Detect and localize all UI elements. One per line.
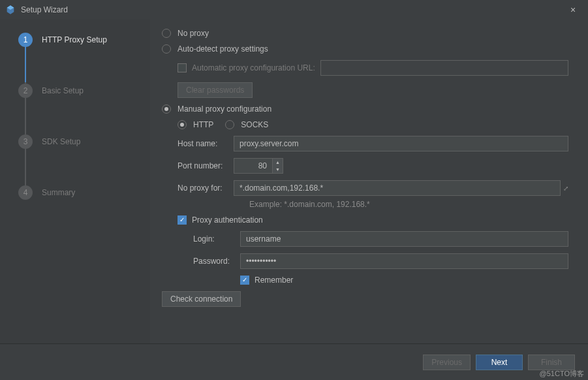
stepper-down-icon[interactable]: ▼ xyxy=(273,166,283,173)
radio-label: Manual proxy configuration xyxy=(178,104,271,114)
bottom-bar: Previous Next Finish xyxy=(0,343,588,380)
step-sdk-setup[interactable]: 3 SDK Setup xyxy=(18,135,150,149)
window-title: Setup Wizard xyxy=(21,5,563,14)
radio-label: SOCKS xyxy=(241,120,268,129)
noproxy-label: No proxy for: xyxy=(178,183,234,193)
checkbox-label: Proxy authentication xyxy=(192,215,263,225)
radio-socks[interactable]: SOCKS xyxy=(225,120,268,129)
auto-url-input[interactable] xyxy=(320,60,568,76)
app-logo-icon xyxy=(5,5,16,15)
radio-icon xyxy=(162,44,171,54)
radio-icon xyxy=(178,120,187,129)
password-label: Password: xyxy=(193,257,240,266)
step-basic-setup[interactable]: 2 Basic Setup xyxy=(18,84,150,98)
step-number: 4 xyxy=(18,185,33,200)
close-icon[interactable]: × xyxy=(563,5,583,15)
step-label: SDK Setup xyxy=(42,137,80,146)
stepper-up-icon[interactable]: ▲ xyxy=(273,159,283,166)
login-input[interactable] xyxy=(240,231,568,247)
previous-button[interactable]: Previous xyxy=(423,355,471,370)
wizard-sidebar: 1 HTTP Proxy Setup 2 Basic Setup 3 SDK S… xyxy=(0,20,150,343)
radio-icon xyxy=(225,120,234,129)
watermark: @51CTO博客 xyxy=(540,369,584,379)
step-label: HTTP Proxy Setup xyxy=(42,35,107,44)
titlebar: Setup Wizard × xyxy=(0,0,588,20)
step-number: 3 xyxy=(18,135,33,149)
login-label: Login: xyxy=(193,234,240,244)
checkbox-icon xyxy=(178,215,187,225)
checkbox-label: Automatic proxy configuration URL: xyxy=(192,63,315,72)
expand-icon[interactable]: ⤢ xyxy=(563,185,568,192)
checkbox-auto-url[interactable]: Automatic proxy configuration URL: xyxy=(178,60,568,76)
step-number: 1 xyxy=(18,33,33,47)
check-connection-button[interactable]: Check connection xyxy=(162,291,241,307)
step-label: Summary xyxy=(42,188,75,197)
noproxy-example: Example: *.domain.com, 192.168.* xyxy=(249,200,568,209)
radio-icon xyxy=(162,104,171,114)
checkbox-auth[interactable]: Proxy authentication xyxy=(178,215,568,225)
radio-manual[interactable]: Manual proxy configuration xyxy=(162,104,568,114)
checkbox-label: Remember xyxy=(255,276,293,285)
noproxy-input[interactable] xyxy=(234,180,561,196)
radio-label: Auto-detect proxy settings xyxy=(178,44,268,54)
password-input[interactable] xyxy=(240,253,568,269)
radio-icon xyxy=(162,29,171,38)
host-input[interactable] xyxy=(234,136,568,151)
radio-label: HTTP xyxy=(193,120,213,129)
radio-auto-detect[interactable]: Auto-detect proxy settings xyxy=(162,44,568,54)
checkbox-icon xyxy=(240,276,249,285)
finish-button[interactable]: Finish xyxy=(528,355,575,370)
step-label: Basic Setup xyxy=(42,86,84,95)
step-summary[interactable]: 4 Summary xyxy=(18,185,150,200)
port-stepper[interactable]: ▲▼ xyxy=(234,158,283,174)
radio-no-proxy[interactable]: No proxy xyxy=(162,29,568,38)
radio-label: No proxy xyxy=(178,29,209,38)
checkbox-icon xyxy=(178,63,187,72)
step-number: 2 xyxy=(18,84,33,98)
main-panel: No proxy Auto-detect proxy settings Auto… xyxy=(150,20,588,343)
next-button[interactable]: Next xyxy=(476,355,523,370)
step-http-proxy-setup[interactable]: 1 HTTP Proxy Setup xyxy=(18,33,150,47)
radio-http[interactable]: HTTP xyxy=(178,120,213,129)
clear-passwords-button[interactable]: Clear passwords xyxy=(178,82,253,98)
host-label: Host name: xyxy=(178,139,234,148)
port-input[interactable] xyxy=(234,158,273,174)
checkbox-remember[interactable]: Remember xyxy=(240,276,568,285)
port-label: Port number: xyxy=(178,161,234,170)
